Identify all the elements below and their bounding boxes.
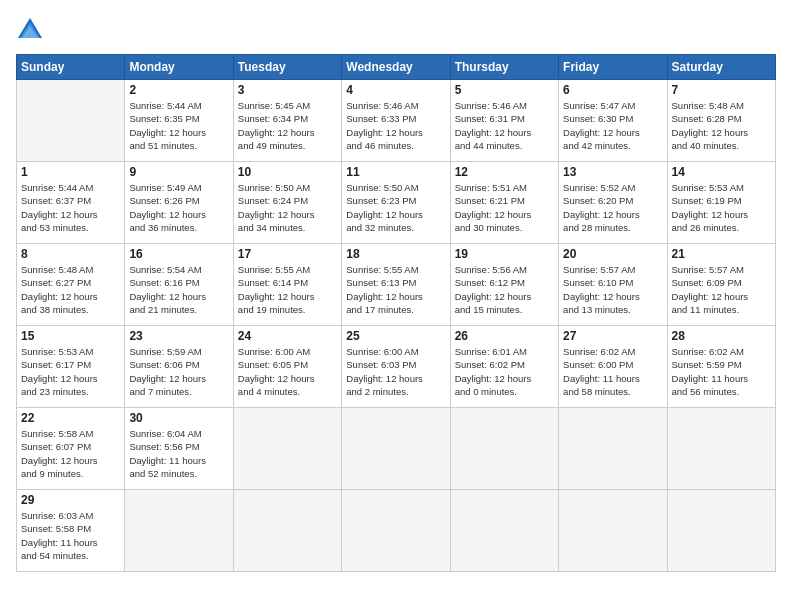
calendar-day-cell: 17Sunrise: 5:55 AM Sunset: 6:14 PM Dayli… — [233, 244, 341, 326]
day-number: 1 — [21, 165, 120, 179]
calendar-table: SundayMondayTuesdayWednesdayThursdayFrid… — [16, 54, 776, 572]
day-number: 9 — [129, 165, 228, 179]
day-detail: Sunrise: 5:45 AM Sunset: 6:34 PM Dayligh… — [238, 99, 337, 152]
day-detail: Sunrise: 5:56 AM Sunset: 6:12 PM Dayligh… — [455, 263, 554, 316]
calendar-day-cell — [667, 408, 775, 490]
calendar-day-cell: 9Sunrise: 5:49 AM Sunset: 6:26 PM Daylig… — [125, 162, 233, 244]
calendar-day-cell: 11Sunrise: 5:50 AM Sunset: 6:23 PM Dayli… — [342, 162, 450, 244]
day-number: 27 — [563, 329, 662, 343]
day-number: 8 — [21, 247, 120, 261]
logo — [16, 16, 46, 44]
calendar-day-cell: 21Sunrise: 5:57 AM Sunset: 6:09 PM Dayli… — [667, 244, 775, 326]
calendar-day-cell — [342, 408, 450, 490]
day-detail: Sunrise: 6:00 AM Sunset: 6:05 PM Dayligh… — [238, 345, 337, 398]
day-number: 5 — [455, 83, 554, 97]
day-detail: Sunrise: 5:55 AM Sunset: 6:13 PM Dayligh… — [346, 263, 445, 316]
calendar-day-cell: 12Sunrise: 5:51 AM Sunset: 6:21 PM Dayli… — [450, 162, 558, 244]
day-number: 3 — [238, 83, 337, 97]
calendar-day-cell — [667, 490, 775, 572]
calendar-day-cell: 16Sunrise: 5:54 AM Sunset: 6:16 PM Dayli… — [125, 244, 233, 326]
day-number: 28 — [672, 329, 771, 343]
day-number: 13 — [563, 165, 662, 179]
day-number: 20 — [563, 247, 662, 261]
calendar-page: SundayMondayTuesdayWednesdayThursdayFrid… — [0, 0, 792, 612]
day-detail: Sunrise: 6:02 AM Sunset: 6:00 PM Dayligh… — [563, 345, 662, 398]
calendar-day-cell: 13Sunrise: 5:52 AM Sunset: 6:20 PM Dayli… — [559, 162, 667, 244]
weekday-header-wednesday: Wednesday — [342, 55, 450, 80]
day-detail: Sunrise: 5:46 AM Sunset: 6:33 PM Dayligh… — [346, 99, 445, 152]
calendar-week-row: 15Sunrise: 5:53 AM Sunset: 6:17 PM Dayli… — [17, 326, 776, 408]
day-number: 19 — [455, 247, 554, 261]
day-detail: Sunrise: 5:50 AM Sunset: 6:23 PM Dayligh… — [346, 181, 445, 234]
day-detail: Sunrise: 5:58 AM Sunset: 6:07 PM Dayligh… — [21, 427, 120, 480]
day-detail: Sunrise: 5:55 AM Sunset: 6:14 PM Dayligh… — [238, 263, 337, 316]
calendar-day-cell: 25Sunrise: 6:00 AM Sunset: 6:03 PM Dayli… — [342, 326, 450, 408]
calendar-week-row: 2Sunrise: 5:44 AM Sunset: 6:35 PM Daylig… — [17, 80, 776, 162]
day-detail: Sunrise: 6:01 AM Sunset: 6:02 PM Dayligh… — [455, 345, 554, 398]
weekday-header-tuesday: Tuesday — [233, 55, 341, 80]
day-detail: Sunrise: 6:02 AM Sunset: 5:59 PM Dayligh… — [672, 345, 771, 398]
day-number: 16 — [129, 247, 228, 261]
weekday-header-monday: Monday — [125, 55, 233, 80]
day-detail: Sunrise: 5:52 AM Sunset: 6:20 PM Dayligh… — [563, 181, 662, 234]
weekday-header-thursday: Thursday — [450, 55, 558, 80]
calendar-week-row: 22Sunrise: 5:58 AM Sunset: 6:07 PM Dayli… — [17, 408, 776, 490]
day-detail: Sunrise: 5:48 AM Sunset: 6:27 PM Dayligh… — [21, 263, 120, 316]
calendar-day-cell: 15Sunrise: 5:53 AM Sunset: 6:17 PM Dayli… — [17, 326, 125, 408]
day-number: 11 — [346, 165, 445, 179]
day-detail: Sunrise: 5:44 AM Sunset: 6:35 PM Dayligh… — [129, 99, 228, 152]
day-detail: Sunrise: 5:57 AM Sunset: 6:10 PM Dayligh… — [563, 263, 662, 316]
calendar-day-cell: 29Sunrise: 6:03 AM Sunset: 5:58 PM Dayli… — [17, 490, 125, 572]
day-detail: Sunrise: 6:00 AM Sunset: 6:03 PM Dayligh… — [346, 345, 445, 398]
calendar-day-cell: 1Sunrise: 5:44 AM Sunset: 6:37 PM Daylig… — [17, 162, 125, 244]
calendar-day-cell: 20Sunrise: 5:57 AM Sunset: 6:10 PM Dayli… — [559, 244, 667, 326]
calendar-day-cell: 27Sunrise: 6:02 AM Sunset: 6:00 PM Dayli… — [559, 326, 667, 408]
day-number: 30 — [129, 411, 228, 425]
calendar-day-cell: 4Sunrise: 5:46 AM Sunset: 6:33 PM Daylig… — [342, 80, 450, 162]
day-number: 7 — [672, 83, 771, 97]
calendar-day-cell — [233, 408, 341, 490]
calendar-day-cell — [559, 408, 667, 490]
weekday-header-friday: Friday — [559, 55, 667, 80]
calendar-day-cell: 8Sunrise: 5:48 AM Sunset: 6:27 PM Daylig… — [17, 244, 125, 326]
day-detail: Sunrise: 6:03 AM Sunset: 5:58 PM Dayligh… — [21, 509, 120, 562]
weekday-header-saturday: Saturday — [667, 55, 775, 80]
calendar-day-cell: 26Sunrise: 6:01 AM Sunset: 6:02 PM Dayli… — [450, 326, 558, 408]
day-number: 18 — [346, 247, 445, 261]
calendar-day-cell: 14Sunrise: 5:53 AM Sunset: 6:19 PM Dayli… — [667, 162, 775, 244]
day-detail: Sunrise: 5:46 AM Sunset: 6:31 PM Dayligh… — [455, 99, 554, 152]
day-detail: Sunrise: 5:49 AM Sunset: 6:26 PM Dayligh… — [129, 181, 228, 234]
calendar-day-cell: 23Sunrise: 5:59 AM Sunset: 6:06 PM Dayli… — [125, 326, 233, 408]
day-detail: Sunrise: 5:50 AM Sunset: 6:24 PM Dayligh… — [238, 181, 337, 234]
day-detail: Sunrise: 5:53 AM Sunset: 6:17 PM Dayligh… — [21, 345, 120, 398]
day-detail: Sunrise: 5:47 AM Sunset: 6:30 PM Dayligh… — [563, 99, 662, 152]
day-detail: Sunrise: 5:48 AM Sunset: 6:28 PM Dayligh… — [672, 99, 771, 152]
day-number: 25 — [346, 329, 445, 343]
day-number: 23 — [129, 329, 228, 343]
calendar-day-cell: 19Sunrise: 5:56 AM Sunset: 6:12 PM Dayli… — [450, 244, 558, 326]
calendar-day-cell: 18Sunrise: 5:55 AM Sunset: 6:13 PM Dayli… — [342, 244, 450, 326]
day-detail: Sunrise: 6:04 AM Sunset: 5:56 PM Dayligh… — [129, 427, 228, 480]
day-number: 24 — [238, 329, 337, 343]
calendar-day-cell — [450, 490, 558, 572]
day-number: 26 — [455, 329, 554, 343]
logo-icon — [16, 16, 44, 44]
calendar-day-cell: 7Sunrise: 5:48 AM Sunset: 6:28 PM Daylig… — [667, 80, 775, 162]
calendar-day-cell — [17, 80, 125, 162]
calendar-day-cell: 22Sunrise: 5:58 AM Sunset: 6:07 PM Dayli… — [17, 408, 125, 490]
calendar-day-cell: 2Sunrise: 5:44 AM Sunset: 6:35 PM Daylig… — [125, 80, 233, 162]
calendar-week-row: 1Sunrise: 5:44 AM Sunset: 6:37 PM Daylig… — [17, 162, 776, 244]
day-number: 22 — [21, 411, 120, 425]
day-number: 4 — [346, 83, 445, 97]
day-detail: Sunrise: 5:54 AM Sunset: 6:16 PM Dayligh… — [129, 263, 228, 316]
calendar-day-cell — [450, 408, 558, 490]
calendar-day-cell: 24Sunrise: 6:00 AM Sunset: 6:05 PM Dayli… — [233, 326, 341, 408]
calendar-day-cell: 6Sunrise: 5:47 AM Sunset: 6:30 PM Daylig… — [559, 80, 667, 162]
day-number: 15 — [21, 329, 120, 343]
header — [16, 16, 776, 44]
calendar-day-cell: 30Sunrise: 6:04 AM Sunset: 5:56 PM Dayli… — [125, 408, 233, 490]
day-number: 12 — [455, 165, 554, 179]
day-detail: Sunrise: 5:59 AM Sunset: 6:06 PM Dayligh… — [129, 345, 228, 398]
calendar-day-cell — [559, 490, 667, 572]
day-number: 6 — [563, 83, 662, 97]
